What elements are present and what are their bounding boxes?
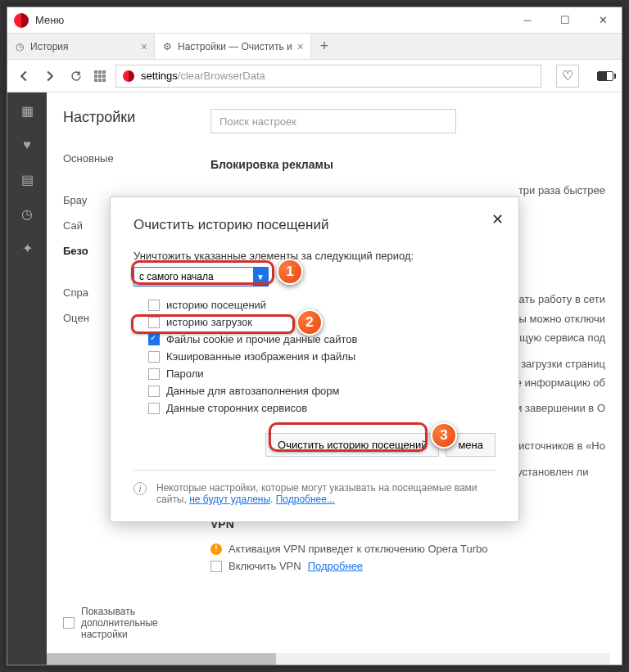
- option-browsing-history[interactable]: историю посещений: [148, 296, 496, 313]
- tab-close-icon[interactable]: ×: [141, 40, 147, 53]
- option-label: Данные сторонних сервисов: [166, 402, 307, 414]
- dialog-footnote: i Некоторые настройки, которые могут ука…: [133, 470, 496, 505]
- option-cookies[interactable]: Файлы cookie и прочие данные сайтов: [148, 331, 496, 348]
- checkbox-icon[interactable]: [148, 403, 160, 414]
- tab-label: История: [30, 41, 69, 52]
- maximize-button[interactable]: ☐: [546, 7, 584, 34]
- battery-icon[interactable]: [597, 71, 613, 81]
- close-icon[interactable]: ✕: [491, 210, 504, 228]
- heart-sidebar-icon[interactable]: ♥: [19, 137, 35, 153]
- annotation-balloon-1: 1: [277, 259, 303, 285]
- opera-badge-icon: [123, 70, 134, 82]
- menu-button[interactable]: Меню: [35, 14, 509, 26]
- tab-bar: ◷ История × ⚙ Настройки — Очистить и × +: [7, 34, 622, 60]
- speed-dial-sidebar-icon[interactable]: ▦: [19, 102, 35, 119]
- history-sidebar-icon[interactable]: ◷: [19, 205, 35, 222]
- clear-button[interactable]: Очистить историю посещений: [265, 433, 439, 457]
- option-label: Файлы cookie и прочие данные сайтов: [166, 333, 357, 345]
- option-label: Пароли: [166, 368, 204, 380]
- close-window-button[interactable]: ✕: [584, 7, 622, 34]
- back-button[interactable]: [16, 68, 32, 84]
- clear-data-dialog: ✕ Очистить историю посещений Уничтожить …: [110, 196, 519, 522]
- show-advanced-label: Показывать дополнительные настройки: [81, 606, 196, 640]
- vpn-warning-row: ! Активация VPN приведет к отключению Op…: [210, 540, 605, 557]
- note-sep: .: [270, 494, 276, 505]
- option-label: Кэшированные изображения и файлы: [166, 350, 355, 363]
- tab-close-icon[interactable]: ×: [297, 40, 304, 53]
- section-adblock: Блокировка рекламы: [210, 158, 605, 171]
- option-thirdparty[interactable]: Данные сторонних сервисов: [148, 399, 496, 417]
- checkbox-icon[interactable]: [210, 561, 222, 572]
- sidebar: ▦ ♥ ▤ ◷ ✦: [7, 92, 47, 665]
- warning-text: Активация VPN приведет к отключению Oper…: [229, 543, 487, 555]
- option-passwords[interactable]: Пароли: [148, 365, 496, 382]
- vpn-more-link[interactable]: Подробнее: [308, 560, 363, 572]
- chevron-down-icon: ▼: [253, 268, 268, 286]
- titlebar: Меню ─ ☐ ✕: [7, 7, 622, 34]
- url-scheme: settings: [141, 70, 178, 82]
- extensions-sidebar-icon[interactable]: ✦: [19, 240, 35, 256]
- new-tab-button[interactable]: +: [311, 34, 337, 59]
- search-settings-input[interactable]: Поиск настроек: [210, 109, 456, 133]
- reload-button[interactable]: [68, 68, 84, 84]
- url-input[interactable]: settings/clearBrowserData: [115, 65, 541, 88]
- checkbox-icon[interactable]: [148, 351, 160, 363]
- checkbox-icon[interactable]: [148, 317, 160, 328]
- scrollbar-thumb[interactable]: [47, 653, 276, 665]
- page-title: Настройки: [63, 109, 194, 126]
- note-link-more[interactable]: Подробнее...: [276, 494, 335, 505]
- checkbox-icon[interactable]: [148, 386, 160, 397]
- tab-settings[interactable]: ⚙ Настройки — Очистить и ×: [155, 34, 311, 59]
- checkbox-icon[interactable]: [148, 368, 160, 380]
- checkbox-icon[interactable]: [148, 300, 160, 311]
- select-value: с самого начала: [139, 271, 214, 282]
- option-label: Данные для автозаполнения форм: [166, 385, 340, 397]
- period-label: Уничтожить указанные элементы за следующ…: [133, 250, 496, 262]
- annotation-balloon-2: 2: [296, 309, 323, 336]
- option-label: историю посещений: [166, 299, 266, 311]
- gear-icon: ⚙: [161, 41, 173, 52]
- tab-label: Настройки — Очистить и: [178, 41, 292, 52]
- row-label: Включить VPN: [229, 560, 301, 572]
- speed-dial-icon[interactable]: [94, 70, 106, 82]
- address-bar: settings/clearBrowserData ♡: [7, 60, 622, 92]
- warning-icon: !: [210, 543, 222, 555]
- time-period-select[interactable]: с самого начала ▼: [133, 267, 269, 286]
- note-link-not-deleted[interactable]: не будут удалены: [189, 494, 270, 505]
- minimize-button[interactable]: ─: [509, 7, 546, 34]
- horizontal-scrollbar[interactable]: [47, 653, 610, 665]
- opera-logo-icon: [14, 13, 29, 28]
- dialog-title: Очистить историю посещений: [133, 217, 496, 233]
- nav-basic[interactable]: Основные: [63, 146, 194, 171]
- annotation-balloon-3: 3: [431, 422, 457, 449]
- news-sidebar-icon[interactable]: ▤: [19, 171, 35, 187]
- show-advanced-checkbox[interactable]: Показывать дополнительные настройки: [63, 606, 196, 640]
- url-path: /clearBrowserData: [178, 70, 265, 82]
- checkbox-icon[interactable]: [63, 617, 75, 629]
- clock-icon: ◷: [14, 41, 25, 52]
- bookmark-button[interactable]: ♡: [556, 65, 579, 88]
- option-cache[interactable]: Кэшированные изображения и файлы: [148, 348, 496, 365]
- info-icon: i: [133, 482, 147, 495]
- forward-button[interactable]: [42, 68, 58, 84]
- checkbox-icon[interactable]: [148, 334, 160, 345]
- option-label: историю загрузок: [166, 316, 252, 328]
- option-autofill[interactable]: Данные для автозаполнения форм: [148, 382, 496, 399]
- tab-history[interactable]: ◷ История ×: [7, 34, 155, 59]
- vpn-enable-row: Включить VPN Подробнее: [210, 557, 605, 575]
